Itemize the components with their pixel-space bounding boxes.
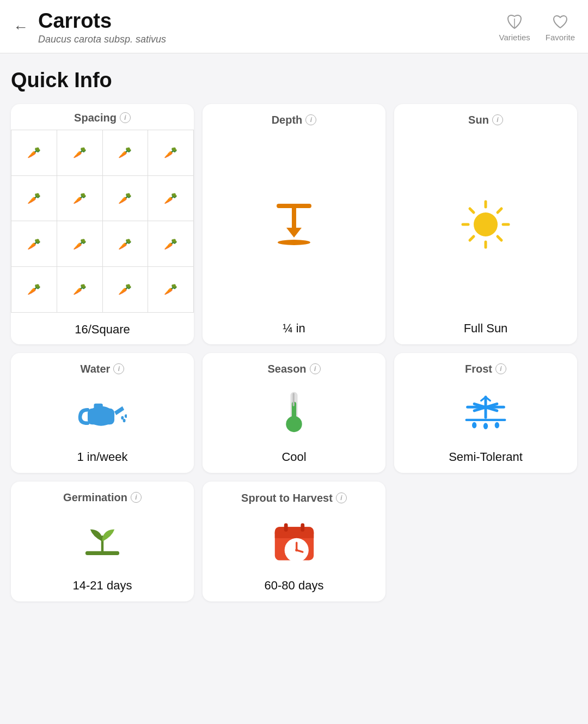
svg-point-27	[472, 422, 476, 429]
depth-icon	[277, 204, 311, 245]
frost-icon-area	[402, 381, 569, 446]
spacing-grid: 🥕 🥕 🥕 🥕 🥕 🥕 🥕 🥕 🥕 🥕 🥕 🥕 🥕 🥕 🥕 🥕	[11, 130, 194, 313]
section-title: Quick Info	[11, 69, 577, 92]
thermometer-icon	[278, 388, 310, 437]
svg-point-14	[125, 415, 127, 418]
frost-icon	[458, 391, 513, 435]
germination-card-header: Germination i	[19, 491, 186, 504]
spacing-cell: 🥕	[57, 176, 103, 222]
spacing-cell: 🥕	[11, 130, 57, 176]
season-value: Cool	[281, 450, 306, 464]
calendar-clock-icon	[271, 519, 317, 565]
spacing-cell: 🥕	[103, 176, 149, 222]
frost-info-icon[interactable]: i	[495, 363, 506, 374]
sprout-to-harvest-value: 60-80 days	[265, 579, 324, 593]
depth-card[interactable]: Depth i ¼ in	[203, 104, 385, 344]
depth-info-icon[interactable]: i	[305, 114, 316, 125]
water-icon-area	[19, 381, 186, 446]
svg-point-13	[121, 416, 124, 420]
spacing-cell: 🥕	[148, 130, 194, 176]
svg-line-8	[470, 236, 474, 240]
svg-line-6	[498, 236, 501, 240]
leaf-icon	[506, 13, 523, 31]
water-info-icon[interactable]: i	[113, 363, 124, 374]
sun-value: Full Sun	[464, 321, 508, 336]
back-button[interactable]: ←	[13, 20, 28, 35]
spacing-cell: 🥕	[11, 267, 57, 313]
header-actions: Varieties Favorite	[499, 13, 575, 42]
favorite-label: Favorite	[546, 33, 575, 42]
depth-arrow	[286, 228, 302, 238]
svg-point-29	[495, 422, 499, 429]
germination-title: Germination	[63, 491, 127, 504]
varieties-label: Varieties	[499, 33, 530, 42]
season-icon-area	[210, 381, 378, 446]
sprout-to-harvest-card[interactable]: Sprout to Harvest i	[203, 482, 385, 601]
depth-card-header: Depth i	[210, 114, 378, 126]
favorite-button[interactable]: Favorite	[546, 13, 575, 42]
svg-point-40	[295, 549, 298, 552]
sprout-to-harvest-info-icon[interactable]: i	[336, 492, 347, 503]
spacing-cell: 🥕	[148, 176, 194, 222]
plant-name: Carrots	[38, 10, 166, 33]
frost-card[interactable]: Frost i	[394, 353, 577, 473]
depth-top-bar	[277, 204, 311, 208]
sun-card-header: Sun i	[402, 114, 569, 126]
sprout-to-harvest-icon-area	[210, 510, 378, 574]
svg-point-18	[286, 416, 302, 432]
season-card-header: Season i	[210, 363, 378, 375]
spacing-cell: 🥕	[148, 267, 194, 313]
heart-icon	[552, 13, 569, 31]
plant-title-block: Carrots Daucus carota subsp. sativus	[38, 10, 166, 45]
season-info-icon[interactable]: i	[310, 363, 321, 374]
spacing-cell: 🥕	[57, 221, 103, 267]
sun-icon	[458, 197, 513, 252]
spacing-cell: 🥕	[57, 267, 103, 313]
water-card[interactable]: Water i	[11, 353, 194, 473]
svg-point-9	[474, 212, 498, 236]
svg-rect-34	[274, 533, 313, 538]
germination-icon-area	[19, 509, 186, 574]
quick-info-section: Quick Info Spacing i 🥕 🥕 🥕 🥕 🥕 🥕 🥕 🥕 🥕	[0, 53, 588, 612]
spacing-cell: 🥕	[148, 221, 194, 267]
season-title: Season	[267, 363, 306, 375]
sun-info-icon[interactable]: i	[492, 114, 503, 125]
spacing-cell: 🥕	[103, 267, 149, 313]
frost-value: Semi-Tolerant	[449, 450, 523, 464]
spacing-card-header: Spacing i	[11, 104, 194, 124]
spacing-info-icon[interactable]: i	[120, 112, 131, 123]
water-title: Water	[81, 363, 111, 375]
varieties-button[interactable]: Varieties	[499, 13, 530, 42]
spacing-grid-area: 🥕 🥕 🥕 🥕 🥕 🥕 🥕 🥕 🥕 🥕 🥕 🥕 🥕 🥕 🥕 🥕	[11, 130, 194, 313]
svg-rect-19	[293, 393, 295, 406]
app-header: ← Carrots Daucus carota subsp. sativus V…	[0, 0, 588, 53]
spacing-cell: 🥕	[11, 176, 57, 222]
water-value: 1 in/week	[77, 450, 128, 464]
svg-rect-35	[284, 524, 287, 532]
frost-title: Frost	[465, 363, 492, 375]
svg-line-5	[470, 209, 474, 212]
depth-stem	[292, 208, 296, 228]
watering-can-icon	[78, 391, 127, 435]
germination-info-icon[interactable]: i	[131, 492, 142, 503]
spacing-title: Spacing	[74, 112, 117, 124]
spacing-cell: 🥕	[103, 221, 149, 267]
spacing-cell: 🥕	[57, 130, 103, 176]
svg-rect-12	[94, 404, 102, 409]
plant-scientific-name: Daucus carota subsp. sativus	[38, 34, 166, 45]
germination-card[interactable]: Germination i 14-21 days	[11, 482, 194, 601]
sun-title: Sun	[468, 114, 489, 126]
sun-card[interactable]: Sun i Full Sun	[394, 104, 577, 344]
svg-rect-11	[88, 409, 114, 424]
header-left: ← Carrots Daucus carota subsp. sativus	[13, 10, 166, 45]
water-card-header: Water i	[19, 363, 186, 375]
info-cards-grid: Spacing i 🥕 🥕 🥕 🥕 🥕 🥕 🥕 🥕 🥕 🥕 🥕 🥕	[11, 104, 577, 601]
spacing-card[interactable]: Spacing i 🥕 🥕 🥕 🥕 🥕 🥕 🥕 🥕 🥕 🥕 🥕 🥕	[11, 104, 194, 344]
sun-icon-area	[402, 132, 569, 317]
svg-line-7	[498, 209, 501, 212]
depth-title: Depth	[272, 114, 303, 126]
season-card[interactable]: Season i Cool	[203, 353, 385, 473]
svg-rect-36	[301, 524, 304, 532]
frost-card-header: Frost i	[402, 363, 569, 375]
spacing-cell: 🥕	[103, 130, 149, 176]
